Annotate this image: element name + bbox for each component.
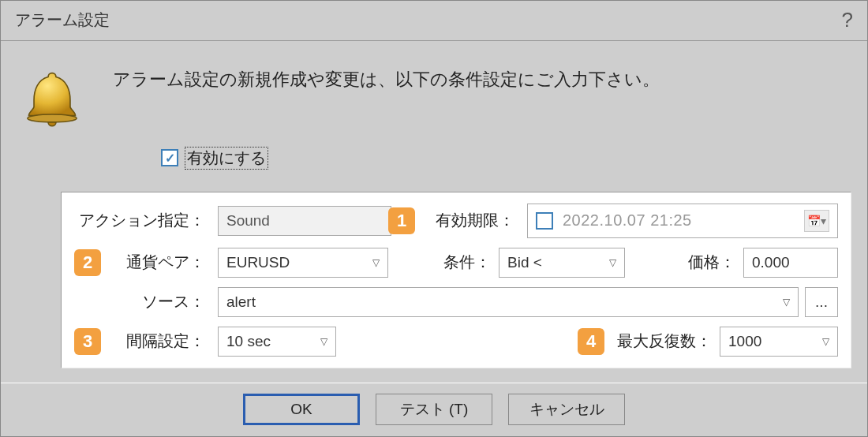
interval-label: 間隔設定： xyxy=(114,331,205,352)
dialog-body: アラーム設定の新規作成や変更は、以下の条件設定にご入力下さい。 ✓ 有効にする xyxy=(1,41,867,184)
chevron-down-icon: ▽ xyxy=(603,257,616,268)
title-bar: アラーム設定 ? xyxy=(1,1,867,41)
badge-2: 2 xyxy=(74,249,101,276)
pair-value: EURUSD xyxy=(226,254,290,271)
chevron-down-icon: ▽ xyxy=(314,336,327,347)
max-repeat-label: 最大反復数： xyxy=(617,331,712,352)
condition-label: 条件： xyxy=(443,252,491,273)
action-select[interactable]: Sound xyxy=(218,206,391,236)
expiration-label: 有効期限： xyxy=(436,210,514,231)
expiration-field[interactable]: 2022.10.07 21:25 📅▾ xyxy=(527,204,838,238)
source-label: ソース： xyxy=(74,291,205,312)
price-value: 0.000 xyxy=(752,254,790,271)
action-label: アクション指定： xyxy=(74,210,205,231)
help-button[interactable]: ? xyxy=(842,8,853,32)
pair-select[interactable]: EURUSD ▽ xyxy=(218,248,388,278)
pair-label: 通貨ペア： xyxy=(114,252,205,273)
enable-checkbox[interactable]: ✓ xyxy=(161,149,178,166)
browse-button[interactable]: ... xyxy=(805,287,838,317)
settings-panel: アクション指定： Sound 1 有効期限： 2022.10.07 21:25 … xyxy=(61,192,851,368)
expiration-value: 2022.10.07 21:25 xyxy=(563,211,692,230)
interval-value: 10 sec xyxy=(226,333,271,350)
source-select[interactable]: alert ▽ xyxy=(218,287,799,317)
chevron-down-icon: ▽ xyxy=(366,257,380,268)
dialog-window: アラーム設定 ? アラーム設定の新規作成や変更は、以下の条件設定にご入力下さい。 xyxy=(0,0,868,437)
badge-1: 1 xyxy=(388,207,415,234)
svg-point-0 xyxy=(28,114,77,122)
dialog-title: アラーム設定 xyxy=(15,9,110,31)
interval-select[interactable]: 10 sec ▽ xyxy=(218,327,336,357)
badge-4: 4 xyxy=(578,328,604,355)
badge-3: 3 xyxy=(74,328,101,355)
chevron-down-icon: ▽ xyxy=(776,297,790,308)
calendar-icon[interactable]: 📅▾ xyxy=(804,210,829,232)
condition-value: Bid < xyxy=(507,254,542,271)
test-button[interactable]: テスト (T) xyxy=(376,394,492,425)
chevron-down-icon: ▽ xyxy=(816,336,829,347)
price-input[interactable]: 0.000 xyxy=(743,248,838,278)
max-repeat-select[interactable]: 1000 ▽ xyxy=(720,327,838,357)
ok-button[interactable]: OK xyxy=(243,394,360,425)
intro-text: アラーム設定の新規作成や変更は、以下の条件設定にご入力下さい。 xyxy=(113,63,660,92)
button-bar: OK テスト (T) キャンセル xyxy=(1,383,867,436)
source-value: alert xyxy=(226,293,256,311)
expiration-checkbox[interactable] xyxy=(536,212,553,230)
bell-icon xyxy=(20,68,84,133)
max-repeat-value: 1000 xyxy=(728,333,761,350)
price-label: 価格： xyxy=(688,252,735,273)
condition-select[interactable]: Bid < ▽ xyxy=(499,248,625,278)
action-value: Sound xyxy=(226,212,270,230)
cancel-button[interactable]: キャンセル xyxy=(508,394,625,425)
enable-label: 有効にする xyxy=(187,149,266,166)
